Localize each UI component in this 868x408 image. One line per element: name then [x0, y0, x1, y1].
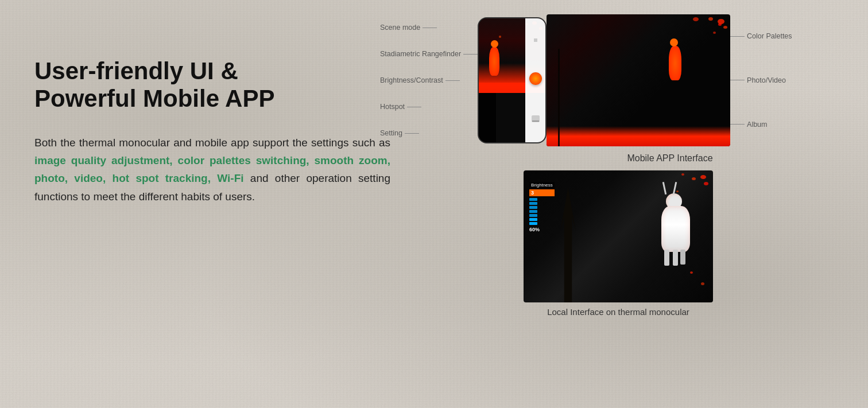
cam-red-bar — [547, 126, 730, 146]
cam-figure-head — [670, 38, 678, 46]
phone-screen: 66 77 88 99 1010 — [479, 18, 545, 142]
brightness-seg-6 — [529, 218, 537, 221]
brightness-contrast-line — [445, 80, 460, 81]
bottom-hotspot-4 — [704, 182, 708, 185]
photo-video-label: Photo/Video — [747, 76, 786, 84]
brightness-seg-7 — [529, 222, 537, 225]
thermal-camera-image — [547, 14, 730, 146]
phone-walking-figure — [489, 47, 499, 76]
bottom-hotspot-5 — [701, 282, 704, 285]
brightness-percent: 60% — [529, 227, 555, 232]
hotspot-4 — [499, 36, 501, 38]
stadiametric-line — [463, 54, 478, 55]
stadiametric-label: Stadiametric Rangefinder — [380, 50, 461, 58]
album-line — [730, 124, 745, 125]
thermal-bottom-image: Brightness 3 60% — [524, 170, 713, 302]
body-text: Both the thermal monocular and mobile ap… — [34, 134, 390, 205]
setting-label-item: Setting — [380, 129, 478, 137]
heading-line2: Powerful Mobile APP — [34, 85, 274, 112]
bottom-caption: Local Interface on thermal monocular — [547, 307, 689, 317]
brightness-seg-3 — [529, 206, 537, 209]
bottom-hotspot-2 — [692, 177, 696, 180]
setting-line — [405, 133, 419, 134]
bottom-center: Brightness 3 60% — [524, 170, 713, 317]
brightness-seg-5 — [529, 214, 537, 217]
bottom-hotspot-6 — [690, 271, 693, 274]
bottom-hotspot-3 — [681, 173, 684, 176]
tree-silhouette — [555, 188, 581, 302]
heading-line1: User-friendly UI & — [34, 57, 238, 84]
main-heading: User-friendly UI & Powerful Mobile APP — [34, 57, 390, 113]
album-label: Album — [747, 121, 767, 129]
cam-hotspot-5 — [723, 26, 727, 29]
left-labels-container: Scene mode Stadiametric Rangefinder Brig… — [380, 14, 478, 146]
body-intro: Both the thermal monocular and mobile ap… — [34, 137, 390, 149]
bottom-hotspot-7 — [676, 191, 679, 192]
brightness-segments — [529, 198, 555, 225]
scene-mode-label-item: Scene mode — [380, 24, 478, 32]
color-palettes-label: Color Palettes — [747, 32, 792, 40]
color-palettes-line — [730, 36, 745, 37]
scene-mode-line — [423, 28, 437, 28]
deer-antler-right — [673, 182, 677, 195]
top-caption: Mobile APP Interface — [627, 153, 712, 164]
top-interface-row: Scene mode Stadiametric Rangefinder Brig… — [380, 14, 857, 146]
stadiametric-label-item: Stadiametric Rangefinder — [380, 50, 478, 58]
setting-label: Setting — [380, 129, 402, 137]
cam-walking-figure — [669, 46, 681, 80]
hotspot-label-item: Hotspot — [380, 103, 478, 111]
phone-mockup: 66 77 88 99 1010 — [478, 17, 547, 143]
hotspot-label: Hotspot — [380, 103, 405, 111]
bottom-interface-row: Brightness 3 60% — [380, 170, 857, 317]
deer-leg-fl — [664, 250, 669, 266]
brightness-number: 3 — [529, 189, 555, 196]
album-label-item: Album — [730, 121, 792, 129]
album-icon — [532, 115, 540, 122]
phone-right-panel — [525, 18, 545, 142]
top-caption-row: Mobile APP Interface — [483, 150, 857, 164]
deer-body — [661, 206, 690, 252]
photo-video-label-item: Photo/Video — [730, 76, 792, 84]
color-palettes-dot — [534, 38, 537, 42]
brightness-contrast-label-item: Brightness/Contrast — [380, 76, 478, 84]
photo-video-line — [730, 80, 745, 80]
deer-leg-rl — [680, 250, 685, 265]
cam-hotspot-3 — [718, 23, 722, 26]
cam-hotspot-6 — [713, 32, 716, 34]
right-labels-container: Color Palettes Photo/Video Album — [730, 14, 792, 146]
cam-hotspot-2 — [708, 17, 713, 21]
hotspot-line — [407, 107, 421, 107]
brightness-label: Brightness — [529, 182, 555, 188]
left-section: User-friendly UI & Powerful Mobile APP B… — [34, 57, 390, 205]
tree-trunk — [558, 49, 560, 146]
color-palettes-label-item: Color Palettes — [730, 32, 792, 40]
right-section: Scene mode Stadiametric Rangefinder Brig… — [380, 14, 857, 317]
brightness-seg-4 — [529, 210, 537, 213]
brightness-bar: Brightness 3 60% — [529, 182, 555, 232]
photo-video-icon — [529, 72, 542, 85]
brightness-seg-1 — [529, 198, 537, 201]
bottom-hotspot-1 — [700, 175, 706, 179]
deer-antler-left — [662, 182, 667, 195]
deer-leg-fr — [673, 250, 678, 266]
cam-hotspot-4 — [693, 17, 699, 21]
brightness-seg-2 — [529, 202, 537, 205]
brightness-contrast-label: Brightness/Contrast — [380, 76, 443, 84]
scene-mode-label: Scene mode — [380, 24, 420, 32]
